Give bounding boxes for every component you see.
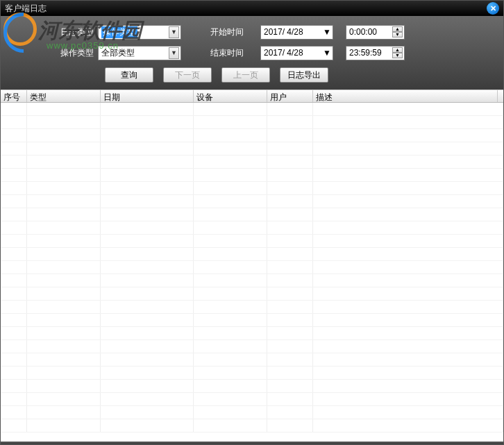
table-header: 序号 类型 日期 设备 用户 描述 bbox=[1, 90, 503, 103]
col-desc[interactable]: 描述 bbox=[313, 90, 498, 102]
export-button[interactable]: 日志导出 bbox=[280, 67, 328, 83]
table-row bbox=[1, 301, 503, 314]
op-type-select[interactable]: 全部类型 ▼ bbox=[98, 46, 181, 60]
table-row bbox=[1, 169, 503, 182]
table-row bbox=[1, 235, 503, 248]
spin-down-icon[interactable]: ▼ bbox=[392, 32, 403, 37]
table-row bbox=[1, 248, 503, 261]
time-spinner[interactable]: ▲ ▼ bbox=[392, 26, 403, 37]
table-row bbox=[1, 182, 503, 195]
col-type[interactable]: 类型 bbox=[27, 90, 101, 102]
spin-down-icon[interactable]: ▼ bbox=[392, 53, 403, 58]
chevron-down-icon: ▼ bbox=[169, 47, 179, 59]
log-type-label: 日志类型 bbox=[49, 26, 98, 38]
filter-toolbar: 日志类型 操作类型 ▼ 开始时间 2017/ 4/28 ▼ 0:00:00 ▲ … bbox=[1, 16, 503, 90]
start-date-picker[interactable]: 2017/ 4/28 ▼ bbox=[260, 25, 333, 40]
close-button[interactable]: ✕ bbox=[487, 2, 499, 15]
table-row bbox=[1, 103, 503, 116]
start-time-value: 0:00:00 bbox=[349, 27, 377, 37]
table-row bbox=[1, 353, 503, 367]
start-date-value: 2017/ 4/28 bbox=[264, 27, 303, 37]
table-row bbox=[1, 274, 503, 287]
prev-page-button[interactable]: 上一页 bbox=[221, 67, 270, 83]
spin-up-icon[interactable]: ▲ bbox=[392, 26, 403, 32]
table-row bbox=[1, 116, 503, 129]
op-type-value: 全部类型 bbox=[101, 47, 135, 59]
col-user[interactable]: 用户 bbox=[267, 90, 313, 102]
spin-up-icon[interactable]: ▲ bbox=[392, 47, 403, 53]
table-row bbox=[1, 327, 503, 340]
col-date[interactable]: 日期 bbox=[101, 90, 194, 102]
chevron-down-icon: ▼ bbox=[323, 48, 331, 58]
table-row bbox=[1, 367, 503, 380]
table-row bbox=[1, 142, 503, 156]
col-seq[interactable]: 序号 bbox=[1, 90, 27, 102]
start-time-picker[interactable]: 0:00:00 ▲ ▼ bbox=[346, 25, 405, 40]
col-device[interactable]: 设备 bbox=[194, 90, 267, 102]
end-time-label: 结束时间 bbox=[206, 47, 248, 59]
next-page-button[interactable]: 下一页 bbox=[163, 67, 212, 83]
query-button[interactable]: 查询 bbox=[105, 67, 153, 83]
col-end bbox=[498, 90, 503, 102]
op-type-label: 操作类型 bbox=[49, 47, 98, 59]
table-row bbox=[1, 156, 503, 169]
table-row bbox=[1, 340, 503, 353]
chevron-down-icon: ▼ bbox=[323, 27, 331, 37]
table-row bbox=[1, 393, 503, 406]
end-date-picker[interactable]: 2017/ 4/28 ▼ bbox=[260, 46, 333, 60]
log-type-select[interactable]: 操作类型 ▼ bbox=[98, 25, 181, 40]
close-icon: ✕ bbox=[490, 4, 496, 13]
statusbar bbox=[1, 442, 503, 444]
table-row bbox=[1, 287, 503, 301]
end-time-value: 23:59:59 bbox=[349, 48, 382, 58]
titlebar: 客户端日志 ✕ bbox=[1, 1, 503, 16]
time-spinner[interactable]: ▲ ▼ bbox=[392, 47, 403, 58]
table-row bbox=[1, 314, 503, 327]
window-title: 客户端日志 bbox=[5, 3, 47, 15]
end-date-value: 2017/ 4/28 bbox=[264, 48, 303, 58]
table-row bbox=[1, 195, 503, 208]
table-row bbox=[1, 261, 503, 274]
start-time-label: 开始时间 bbox=[206, 26, 248, 38]
table-row bbox=[1, 208, 503, 221]
log-type-value: 操作类型 bbox=[101, 26, 137, 38]
table-row bbox=[1, 221, 503, 235]
end-time-picker[interactable]: 23:59:59 ▲ ▼ bbox=[346, 46, 405, 60]
table-body: // generate visual empty rows with colum… bbox=[1, 103, 503, 442]
table-row bbox=[1, 406, 503, 419]
table-row bbox=[1, 380, 503, 393]
chevron-down-icon: ▼ bbox=[169, 26, 179, 38]
table-row bbox=[1, 129, 503, 142]
table-row bbox=[1, 419, 503, 433]
